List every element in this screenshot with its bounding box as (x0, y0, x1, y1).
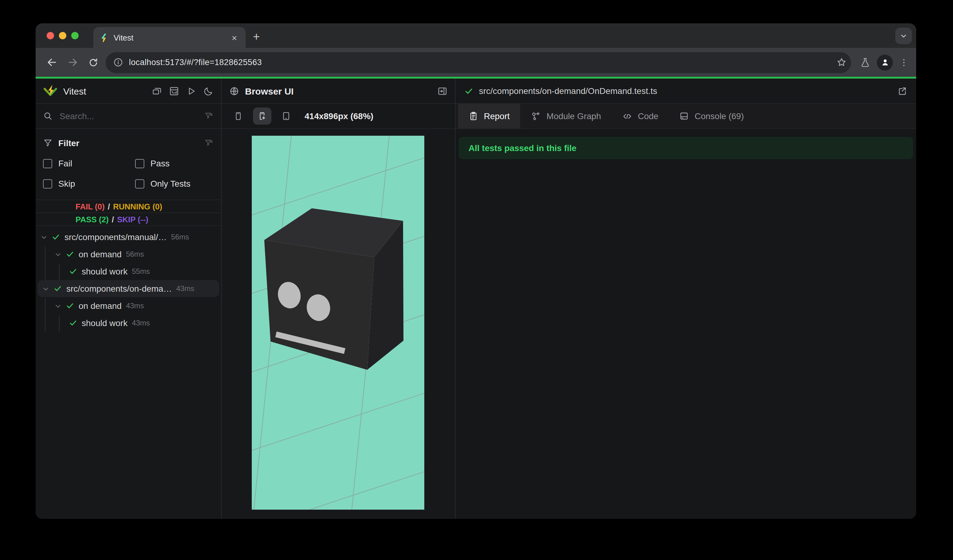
address-bar[interactable]: localhost:5173/#/?file=1828625563 (106, 52, 851, 73)
tab-title: Vitest (113, 33, 224, 42)
checkbox-icon[interactable] (43, 159, 52, 168)
browser-preview-panel: Browser UI 414x896px (68%) (222, 79, 456, 519)
summary-line-2: PASS (2) / SKIP (--) (36, 213, 221, 226)
filter-checkbox-skip[interactable]: Skip (43, 176, 135, 191)
experiments-flask-icon[interactable] (860, 57, 871, 68)
browser-menu-kebab-icon[interactable] (899, 57, 909, 67)
chevron-down-icon[interactable] (42, 285, 49, 292)
chevron-down-icon[interactable] (40, 234, 47, 240)
clear-filter-icon[interactable] (204, 111, 214, 121)
fail-count: FAIL (0) (76, 202, 105, 211)
duration-badge: 56ms (126, 250, 144, 259)
code-icon (622, 111, 632, 121)
windows-stack-icon[interactable] (152, 86, 162, 96)
pass-check-icon (464, 86, 473, 96)
dock-panel-right-icon[interactable] (437, 86, 448, 96)
device-phone-button[interactable] (229, 107, 247, 125)
browser-toolbar: localhost:5173/#/?file=1828625563 (36, 48, 916, 77)
test-viewport[interactable] (252, 136, 424, 510)
skip-count: SKIP (--) (117, 215, 148, 224)
checkbox-icon[interactable] (135, 159, 144, 168)
pass-check-icon (51, 233, 60, 241)
window-controls (47, 32, 79, 39)
search-row (36, 104, 221, 129)
tablet-icon (281, 111, 291, 121)
tab-console[interactable]: Console (69) (669, 104, 754, 128)
site-info-icon[interactable] (113, 57, 123, 68)
vitest-logo-icon (43, 84, 58, 98)
results-panel: src/components/on-demand/OnDemand.test.t… (456, 79, 916, 519)
sidebar-header-actions (152, 86, 214, 96)
new-tab-button[interactable]: + (253, 30, 260, 43)
screen: Vitest × + localhost:5173/# (0, 0, 953, 560)
reload-icon (88, 57, 99, 68)
close-window-button[interactable] (47, 32, 54, 39)
checkbox-icon[interactable] (135, 179, 144, 188)
bookmark-star-icon[interactable] (836, 56, 847, 68)
person-icon (880, 57, 890, 68)
open-external-icon[interactable] (897, 86, 908, 96)
filter-options: Fail Pass Skip Only Tests (43, 156, 214, 191)
pass-check-icon (69, 267, 78, 276)
filter-checkbox-only-tests[interactable]: Only Tests (135, 176, 214, 191)
device-tablet-button[interactable] (277, 107, 295, 125)
run-all-play-icon[interactable] (186, 86, 197, 96)
module-graph-icon (531, 111, 541, 121)
test-suite-row[interactable]: on demand 43ms (36, 297, 221, 314)
result-file-path: src/components/on-demand/OnDemand.test.t… (479, 86, 892, 96)
duration-badge: 56ms (171, 233, 189, 241)
search-input[interactable] (58, 110, 198, 122)
pass-check-icon (69, 319, 78, 327)
device-toolbar: 414x896px (68%) (222, 104, 455, 129)
minimize-window-button[interactable] (59, 32, 66, 39)
pass-check-icon (53, 284, 62, 293)
chevron-down-icon[interactable] (55, 302, 61, 309)
test-case-row[interactable]: should work 55ms (36, 263, 221, 280)
tab-module-graph[interactable]: Module Graph (520, 104, 611, 128)
test-suite-row[interactable]: on demand 56ms (36, 246, 221, 263)
zoom-window-button[interactable] (71, 32, 79, 39)
indent-guide (59, 316, 60, 332)
globe-icon (229, 86, 239, 96)
filter-checkbox-fail[interactable]: Fail (43, 156, 135, 171)
test-file-row-selected[interactable]: src/components/on-dema… 43ms (37, 280, 219, 297)
checkbox-icon[interactable] (43, 179, 52, 188)
device-phone-plus-button-active[interactable] (253, 107, 272, 125)
preview-stage (222, 129, 455, 519)
back-button[interactable] (43, 54, 60, 71)
pass-count: PASS (2) (76, 215, 109, 224)
filter-panel: Filter Fail Pass Skip Only Tests (36, 129, 221, 200)
app-title: Vitest (63, 86, 146, 96)
filter-header: Filter (43, 135, 214, 151)
running-count: RUNNING (0) (113, 202, 162, 211)
filter-title: Filter (58, 138, 198, 148)
profile-avatar[interactable] (877, 54, 893, 70)
browser-tab[interactable]: Vitest × (93, 27, 245, 48)
browser-tab-strip: Vitest × + (36, 23, 916, 48)
result-file-header: src/components/on-demand/OnDemand.test.t… (456, 79, 916, 104)
tab-search-button[interactable] (895, 28, 912, 44)
sidebar: Vitest (36, 79, 222, 519)
filter-checkbox-pass[interactable]: Pass (135, 156, 214, 171)
reload-button[interactable] (85, 54, 102, 71)
pass-check-icon (66, 301, 74, 310)
vitest-favicon-icon (99, 33, 109, 42)
indent-guide (45, 247, 45, 280)
tab-code[interactable]: Code (612, 104, 669, 128)
dark-mode-moon-icon[interactable] (203, 86, 214, 96)
forward-button[interactable] (64, 54, 81, 71)
phone-plus-icon (257, 111, 267, 121)
dashboard-icon[interactable] (169, 86, 179, 96)
console-panel-icon (679, 111, 689, 121)
all-tests-passed-banner: All tests passed in this file (459, 137, 913, 159)
test-summary: FAIL (0) / RUNNING (0) PASS (2) / SKIP (… (36, 200, 221, 226)
url-text[interactable]: localhost:5173/#/?file=1828625563 (129, 58, 830, 67)
funnel-icon (43, 138, 53, 148)
preview-header: Browser UI (222, 79, 455, 104)
test-case-row[interactable]: should work 43ms (36, 314, 221, 332)
chevron-down-icon[interactable] (55, 251, 61, 258)
tab-close-icon[interactable]: × (229, 32, 239, 43)
clear-filter-icon[interactable] (204, 138, 214, 148)
test-file-row[interactable]: src/components/manual/… 56ms (36, 228, 221, 246)
tab-report[interactable]: Report (458, 104, 520, 128)
